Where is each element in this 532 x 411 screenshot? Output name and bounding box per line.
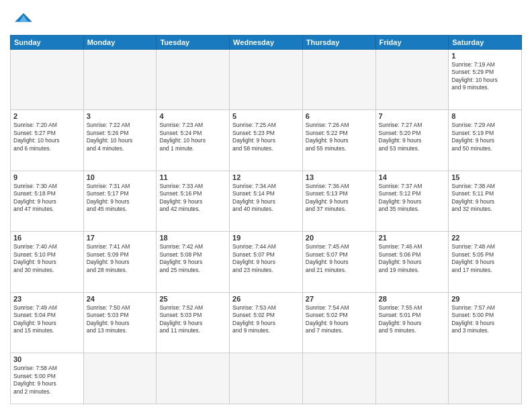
page: SundayMondayTuesdayWednesdayThursdayFrid…	[0, 0, 532, 411]
day-number: 2	[13, 112, 81, 120]
day-info: Sunrise: 7:27 AM Sunset: 5:20 PM Dayligh…	[379, 122, 446, 152]
day-number: 4	[159, 112, 226, 120]
calendar-cell: 21Sunrise: 7:46 AM Sunset: 5:06 PM Dayli…	[375, 232, 449, 292]
day-info: Sunrise: 7:58 AM Sunset: 5:00 PM Dayligh…	[13, 365, 81, 396]
calendar-cell: 29Sunrise: 7:57 AM Sunset: 5:00 PM Dayli…	[449, 292, 522, 353]
day-info: Sunrise: 7:37 AM Sunset: 5:12 PM Dayligh…	[379, 183, 446, 214]
calendar-cell	[302, 50, 375, 110]
day-info: Sunrise: 7:46 AM Sunset: 5:06 PM Dayligh…	[379, 243, 446, 274]
calendar-cell: 18Sunrise: 7:42 AM Sunset: 5:08 PM Dayli…	[157, 232, 230, 292]
day-number: 26	[232, 295, 300, 303]
day-number: 25	[159, 295, 226, 303]
day-number: 30	[13, 355, 81, 363]
day-number: 13	[306, 173, 373, 181]
day-info: Sunrise: 7:41 AM Sunset: 5:09 PM Dayligh…	[87, 243, 154, 274]
calendar-cell	[230, 50, 303, 110]
week-row-1: 1Sunrise: 7:19 AM Sunset: 5:29 PM Daylig…	[11, 50, 522, 110]
calendar-cell	[449, 353, 522, 404]
calendar-cell: 25Sunrise: 7:52 AM Sunset: 5:03 PM Dayli…	[157, 292, 230, 353]
day-info: Sunrise: 7:29 AM Sunset: 5:19 PM Dayligh…	[451, 122, 519, 152]
generalblue-icon	[13, 7, 34, 28]
header	[10, 7, 522, 31]
calendar-cell: 26Sunrise: 7:53 AM Sunset: 5:02 PM Dayli…	[230, 292, 303, 353]
day-number: 27	[306, 295, 373, 303]
calendar-cell	[83, 50, 157, 110]
day-number: 24	[87, 295, 154, 303]
day-number: 12	[232, 173, 300, 181]
calendar-cell: 15Sunrise: 7:38 AM Sunset: 5:11 PM Dayli…	[449, 171, 522, 231]
day-number: 10	[87, 173, 154, 181]
calendar-cell: 23Sunrise: 7:49 AM Sunset: 5:04 PM Dayli…	[11, 292, 84, 353]
day-info: Sunrise: 7:50 AM Sunset: 5:03 PM Dayligh…	[87, 304, 154, 335]
calendar: SundayMondayTuesdayWednesdayThursdayFrid…	[10, 35, 522, 404]
calendar-cell: 22Sunrise: 7:48 AM Sunset: 5:05 PM Dayli…	[449, 232, 522, 292]
day-number: 15	[451, 173, 519, 181]
day-info: Sunrise: 7:19 AM Sunset: 5:29 PM Dayligh…	[451, 61, 519, 92]
calendar-cell: 2Sunrise: 7:20 AM Sunset: 5:27 PM Daylig…	[11, 110, 84, 171]
day-info: Sunrise: 7:49 AM Sunset: 5:04 PM Dayligh…	[13, 304, 81, 335]
calendar-cell	[375, 50, 449, 110]
calendar-cell: 5Sunrise: 7:25 AM Sunset: 5:23 PM Daylig…	[230, 110, 303, 171]
calendar-cell: 12Sunrise: 7:34 AM Sunset: 5:14 PM Dayli…	[230, 171, 303, 231]
day-number: 3	[87, 112, 154, 120]
calendar-cell: 3Sunrise: 7:22 AM Sunset: 5:26 PM Daylig…	[83, 110, 157, 171]
week-row-6: 30Sunrise: 7:58 AM Sunset: 5:00 PM Dayli…	[11, 353, 522, 404]
day-number: 21	[379, 234, 446, 242]
logo-area	[10, 7, 34, 31]
weekday-header-wednesday: Wednesday	[230, 36, 303, 50]
day-number: 1	[451, 52, 519, 60]
weekday-header-friday: Friday	[375, 36, 449, 50]
calendar-cell	[157, 50, 230, 110]
week-row-5: 23Sunrise: 7:49 AM Sunset: 5:04 PM Dayli…	[11, 292, 522, 353]
day-info: Sunrise: 7:57 AM Sunset: 5:00 PM Dayligh…	[451, 304, 519, 335]
calendar-cell	[230, 353, 303, 404]
day-number: 19	[232, 234, 300, 242]
day-number: 22	[451, 234, 519, 242]
day-number: 18	[159, 234, 226, 242]
day-info: Sunrise: 7:53 AM Sunset: 5:02 PM Dayligh…	[232, 304, 300, 335]
calendar-cell	[302, 353, 375, 404]
day-number: 14	[379, 173, 446, 181]
weekday-header-sunday: Sunday	[11, 36, 84, 50]
calendar-cell: 16Sunrise: 7:40 AM Sunset: 5:10 PM Dayli…	[11, 232, 84, 292]
calendar-cell	[375, 353, 449, 404]
day-info: Sunrise: 7:40 AM Sunset: 5:10 PM Dayligh…	[13, 243, 81, 274]
calendar-cell: 24Sunrise: 7:50 AM Sunset: 5:03 PM Dayli…	[83, 292, 157, 353]
week-row-2: 2Sunrise: 7:20 AM Sunset: 5:27 PM Daylig…	[11, 110, 522, 171]
calendar-cell: 4Sunrise: 7:23 AM Sunset: 5:24 PM Daylig…	[157, 110, 230, 171]
weekday-header-row: SundayMondayTuesdayWednesdayThursdayFrid…	[11, 36, 522, 50]
day-number: 23	[13, 295, 81, 303]
day-info: Sunrise: 7:31 AM Sunset: 5:17 PM Dayligh…	[87, 183, 154, 214]
calendar-cell: 11Sunrise: 7:33 AM Sunset: 5:16 PM Dayli…	[157, 171, 230, 231]
calendar-cell	[11, 50, 84, 110]
calendar-cell: 27Sunrise: 7:54 AM Sunset: 5:02 PM Dayli…	[302, 292, 375, 353]
calendar-cell: 6Sunrise: 7:26 AM Sunset: 5:22 PM Daylig…	[302, 110, 375, 171]
week-row-3: 9Sunrise: 7:30 AM Sunset: 5:18 PM Daylig…	[11, 171, 522, 231]
day-info: Sunrise: 7:48 AM Sunset: 5:05 PM Dayligh…	[451, 243, 519, 274]
calendar-cell: 30Sunrise: 7:58 AM Sunset: 5:00 PM Dayli…	[11, 353, 84, 404]
weekday-header-saturday: Saturday	[449, 36, 522, 50]
calendar-cell: 9Sunrise: 7:30 AM Sunset: 5:18 PM Daylig…	[11, 171, 84, 231]
day-number: 28	[379, 295, 446, 303]
day-info: Sunrise: 7:30 AM Sunset: 5:18 PM Dayligh…	[13, 183, 81, 214]
calendar-cell: 17Sunrise: 7:41 AM Sunset: 5:09 PM Dayli…	[83, 232, 157, 292]
day-number: 17	[87, 234, 154, 242]
day-info: Sunrise: 7:42 AM Sunset: 5:08 PM Dayligh…	[159, 243, 226, 274]
day-info: Sunrise: 7:36 AM Sunset: 5:13 PM Dayligh…	[306, 183, 373, 214]
calendar-cell: 28Sunrise: 7:55 AM Sunset: 5:01 PM Dayli…	[375, 292, 449, 353]
calendar-cell: 13Sunrise: 7:36 AM Sunset: 5:13 PM Dayli…	[302, 171, 375, 231]
week-row-4: 16Sunrise: 7:40 AM Sunset: 5:10 PM Dayli…	[11, 232, 522, 292]
day-info: Sunrise: 7:45 AM Sunset: 5:07 PM Dayligh…	[306, 243, 373, 274]
day-info: Sunrise: 7:26 AM Sunset: 5:22 PM Dayligh…	[306, 122, 373, 152]
day-number: 29	[451, 295, 519, 303]
weekday-header-tuesday: Tuesday	[157, 36, 230, 50]
day-info: Sunrise: 7:22 AM Sunset: 5:26 PM Dayligh…	[87, 122, 154, 152]
calendar-cell: 8Sunrise: 7:29 AM Sunset: 5:19 PM Daylig…	[449, 110, 522, 171]
weekday-header-thursday: Thursday	[302, 36, 375, 50]
calendar-cell: 20Sunrise: 7:45 AM Sunset: 5:07 PM Dayli…	[302, 232, 375, 292]
calendar-cell: 14Sunrise: 7:37 AM Sunset: 5:12 PM Dayli…	[375, 171, 449, 231]
calendar-cell	[157, 353, 230, 404]
day-number: 7	[379, 112, 446, 120]
day-info: Sunrise: 7:44 AM Sunset: 5:07 PM Dayligh…	[232, 243, 300, 274]
calendar-cell: 7Sunrise: 7:27 AM Sunset: 5:20 PM Daylig…	[375, 110, 449, 171]
